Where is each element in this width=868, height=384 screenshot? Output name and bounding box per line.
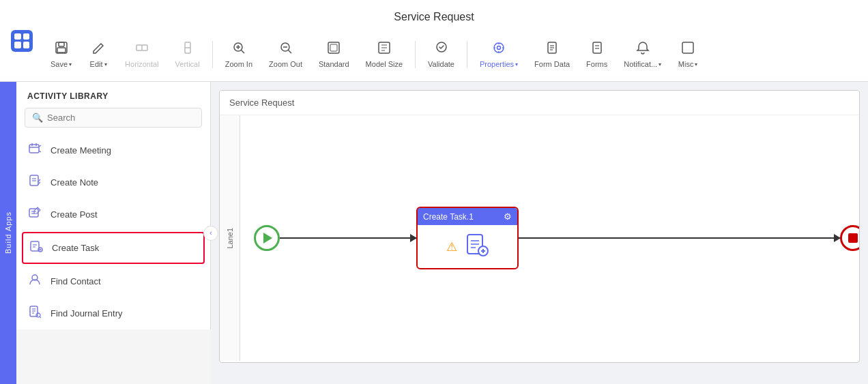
zoom-in-icon: [231, 40, 246, 57]
toolbar: Save ▾ Edit ▾ Horizont: [44, 36, 857, 72]
toolbar-forms[interactable]: Forms: [579, 36, 614, 72]
properties-icon: [491, 40, 506, 57]
task-node-body-icon: [464, 232, 489, 261]
play-icon: [263, 233, 272, 243]
svg-line-13: [288, 50, 291, 54]
misc-icon: [680, 40, 695, 57]
library-items-list: Create Meeting Create Note: [16, 134, 210, 329]
svg-point-18: [497, 46, 501, 50]
notifications-icon: [635, 40, 650, 57]
activity-library-wrapper: ACTIVITY LIBRARY 🔍: [16, 82, 211, 384]
svg-rect-27: [29, 145, 39, 153]
app-grid-icon[interactable]: [11, 30, 33, 52]
svg-line-53: [40, 316, 41, 318]
svg-rect-2: [57, 48, 66, 53]
svg-rect-26: [682, 42, 693, 53]
save-chevron: ▾: [69, 61, 72, 68]
find-contact-icon: [27, 273, 42, 290]
svg-point-52: [36, 313, 40, 317]
validate-icon: [434, 40, 449, 57]
svg-rect-23: [593, 42, 601, 53]
toolbar-notifications[interactable]: Notificat... ▾: [617, 36, 668, 72]
svg-rect-41: [31, 241, 39, 251]
toolbar-validate[interactable]: Validate: [421, 36, 461, 72]
library-collapse-button[interactable]: ‹: [203, 226, 218, 241]
start-node[interactable]: [254, 225, 280, 251]
toolbar-horizontal: Horizontal: [118, 36, 166, 72]
svg-rect-15: [330, 44, 337, 51]
library-item-create-note[interactable]: Create Note: [16, 166, 210, 198]
forms-icon: [590, 40, 605, 57]
task-warning-icon: ⚠: [446, 239, 457, 254]
svg-rect-14: [328, 42, 339, 53]
horizontal-icon: [134, 40, 149, 57]
create-meeting-icon: [27, 142, 42, 159]
canvas-area: Service Request Lane1: [211, 82, 868, 384]
edit-icon: [91, 40, 106, 57]
search-icon: 🔍: [32, 113, 43, 123]
toolbar-divider-2: [415, 41, 416, 68]
save-icon: [54, 40, 69, 57]
properties-label: Properties ▾: [480, 60, 518, 68]
library-item-create-post[interactable]: Create Post: [16, 198, 210, 231]
activity-library: ACTIVITY LIBRARY 🔍: [16, 82, 211, 329]
model-size-icon: [377, 40, 392, 57]
toolbar-zoom-out[interactable]: Zoom Out: [262, 36, 309, 72]
canvas-title: Service Request: [220, 91, 859, 115]
svg-point-17: [494, 43, 504, 53]
flow-arrow-2: [519, 237, 840, 239]
notifications-label: Notificat... ▾: [624, 60, 661, 68]
lane-label-wrapper: Lane1: [220, 115, 240, 361]
build-apps-sidebar[interactable]: Build Apps: [0, 82, 16, 384]
create-post-icon: [27, 206, 42, 223]
task-node[interactable]: Create Task.1 ⚙ ⚠: [416, 207, 519, 269]
search-box[interactable]: 🔍: [25, 108, 202, 128]
stop-icon: [848, 233, 858, 243]
library-item-create-task[interactable]: Create Task: [22, 232, 205, 264]
toolbar-edit[interactable]: Edit ▾: [81, 36, 115, 72]
create-task-icon: [29, 239, 44, 256]
top-bar: Service Request Save ▾: [0, 0, 868, 82]
toolbar-properties[interactable]: Properties ▾: [473, 36, 525, 72]
flow-arrow-1: [280, 237, 416, 239]
create-note-icon: [27, 174, 42, 191]
flow-row: Create Task.1 ⚙ ⚠: [240, 207, 860, 269]
toolbar-model-size[interactable]: Model Size: [359, 36, 409, 72]
vertical-icon: [180, 40, 195, 57]
toolbar-vertical: Vertical: [169, 36, 207, 72]
svg-rect-1: [59, 42, 64, 46]
zoom-out-icon: [278, 40, 293, 57]
search-input[interactable]: [47, 113, 194, 123]
toolbar-form-data[interactable]: Form Data: [527, 36, 577, 72]
toolbar-standard[interactable]: Standard: [312, 36, 356, 72]
canvas-body: Lane1 Create Task.1 ⚙: [220, 115, 859, 361]
svg-line-10: [241, 50, 244, 54]
task-node-body: ⚠: [418, 225, 517, 268]
toolbar-zoom-in[interactable]: Zoom In: [218, 36, 259, 72]
form-data-icon: [545, 40, 560, 57]
task-node-title: Create Task.1: [423, 212, 474, 222]
toolbar-divider-3: [467, 41, 467, 68]
end-node[interactable]: [840, 225, 860, 251]
library-item-find-journal-entry[interactable]: Find Journal Entry: [16, 297, 210, 329]
main-layout: Build Apps ACTIVITY LIBRARY 🔍: [0, 82, 868, 384]
standard-icon: [326, 40, 341, 57]
task-node-header: Create Task.1 ⚙: [418, 208, 517, 225]
edit-label: Edit ▾: [90, 60, 107, 68]
toolbar-save[interactable]: Save ▾: [44, 36, 78, 72]
toolbar-misc[interactable]: Misc ▾: [671, 36, 705, 72]
task-node-gear-icon[interactable]: ⚙: [504, 211, 512, 222]
misc-label: Misc ▾: [678, 60, 698, 68]
lane-label: Lane1: [226, 228, 234, 249]
save-label: Save ▾: [50, 60, 72, 68]
toolbar-divider-1: [212, 41, 213, 68]
library-item-find-contact[interactable]: Find Contact: [16, 265, 210, 297]
page-title: Service Request: [394, 11, 474, 23]
canvas-inner: Service Request Lane1: [219, 90, 860, 363]
library-item-create-meeting[interactable]: Create Meeting: [16, 134, 210, 166]
find-journal-icon: [27, 305, 42, 322]
library-title: ACTIVITY LIBRARY: [16, 82, 210, 108]
